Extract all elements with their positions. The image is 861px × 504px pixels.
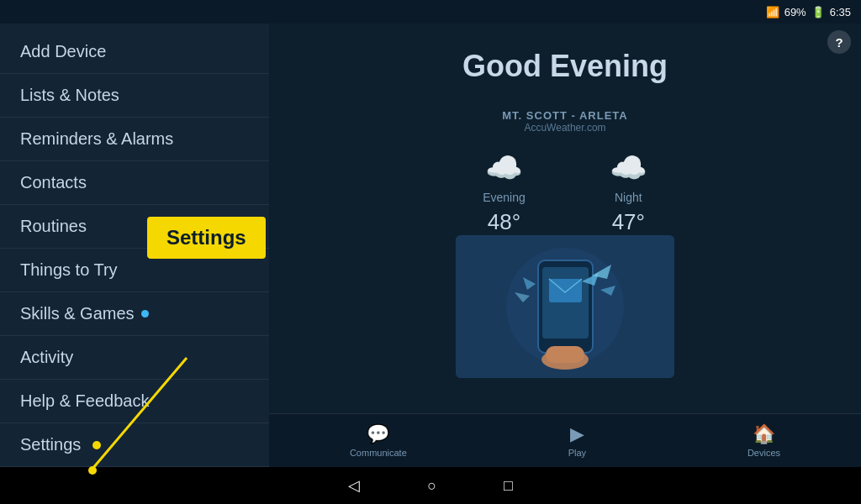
- sidebar-item-settings[interactable]: Settings: [0, 423, 269, 467]
- cloud-icon-evening: ☁️: [485, 150, 523, 186]
- svg-rect-13: [546, 346, 584, 363]
- sidebar-item-label: Skills & Games: [20, 304, 135, 323]
- weather-card-evening: ☁️ Evening 48°: [483, 150, 526, 235]
- recent-button[interactable]: □: [504, 477, 513, 495]
- sidebar-item-activity[interactable]: Activity: [0, 336, 269, 380]
- sidebar-item-help-feedback[interactable]: Help & Feedback: [0, 380, 269, 423]
- nav-label-play: Play: [568, 448, 586, 458]
- nav-label-devices: Devices: [747, 448, 780, 458]
- devices-icon: 🏠: [753, 423, 775, 445]
- communicate-icon: 💬: [367, 423, 389, 445]
- status-bar: 📶 69% 🔋 6:35: [766, 0, 861, 24]
- sidebar-item-label: Contacts: [20, 173, 87, 192]
- sidebar-item-lists-notes[interactable]: Lists & Notes: [0, 74, 269, 118]
- battery-icon: 🔋: [811, 6, 825, 18]
- weather-period-night: Night: [615, 191, 642, 204]
- content-area: ? Good Evening MT. SCOTT - ARLETA AccuWe…: [269, 24, 861, 467]
- home-button[interactable]: ○: [427, 477, 436, 495]
- weather-section: MT. SCOTT - ARLETA AccuWeather.com ☁️ Ev…: [303, 109, 827, 235]
- svg-rect-5: [542, 267, 589, 339]
- callout-label: Settings: [166, 226, 246, 249]
- sidebar-item-contacts[interactable]: Contacts: [0, 161, 269, 205]
- sidebar-item-label: Reminders & Alarms: [20, 129, 173, 149]
- content-card[interactable]: [456, 235, 674, 378]
- weather-period-evening: Evening: [483, 191, 526, 204]
- weather-temp-evening: 48°: [488, 209, 520, 235]
- cloud-icon-night: ☁️: [610, 150, 647, 186]
- back-button[interactable]: ◁: [348, 476, 360, 495]
- nav-item-devices[interactable]: 🏠 Devices: [747, 423, 780, 458]
- weather-cards: ☁️ Evening 48° ☁️ Night 47°: [483, 150, 647, 235]
- nav-item-communicate[interactable]: 💬 Communicate: [350, 423, 407, 458]
- weather-source: AccuWeather.com: [524, 122, 605, 134]
- weather-location: MT. SCOTT - ARLETA: [502, 109, 627, 122]
- sidebar-item-label: Add Device: [20, 42, 106, 61]
- android-nav-bar: ◁ ○ □: [0, 467, 861, 504]
- sidebar-item-add-device[interactable]: Add Device: [0, 30, 269, 74]
- help-button[interactable]: ?: [827, 30, 851, 54]
- sidebar-item-label: Things to Try: [20, 260, 118, 280]
- weather-card-night: ☁️ Night 47°: [610, 150, 647, 235]
- sidebar-item-label: Help & Feedback: [20, 391, 149, 411]
- sidebar-item-label: Lists & Notes: [20, 86, 119, 105]
- sidebar-item-label: Settings: [20, 435, 81, 454]
- nav-label-communicate: Communicate: [350, 448, 407, 458]
- sidebar-item-reminders-alarms[interactable]: Reminders & Alarms: [0, 118, 269, 161]
- settings-dot: [92, 441, 101, 449]
- battery-level: 69%: [784, 6, 806, 18]
- greeting-text: Good Evening: [462, 49, 668, 84]
- sidebar-item-skills-games[interactable]: Skills & Games: [0, 292, 269, 336]
- weather-temp-night: 47°: [612, 209, 645, 235]
- settings-callout: Settings: [147, 217, 266, 259]
- wifi-icon: 📶: [766, 6, 779, 18]
- play-icon: ▶: [570, 423, 584, 445]
- sidebar-item-label: Activity: [20, 348, 73, 367]
- sidebar-item-label: Routines: [20, 217, 87, 236]
- clock: 6:35: [830, 6, 851, 18]
- bottom-nav: 💬 Communicate ▶ Play 🏠 Devices: [269, 413, 861, 467]
- nav-item-play[interactable]: ▶ Play: [568, 423, 586, 458]
- skills-dot: [141, 310, 149, 318]
